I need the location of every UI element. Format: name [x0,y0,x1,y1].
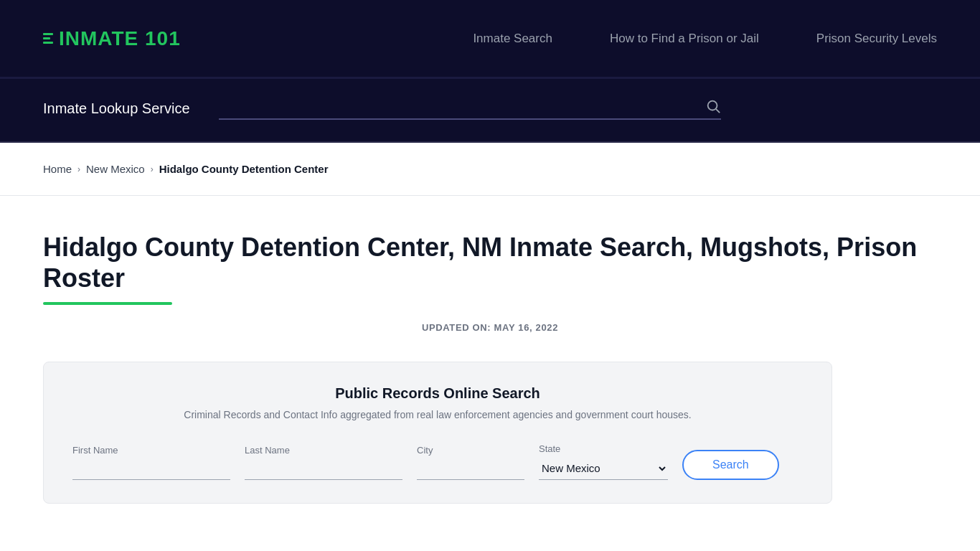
last-name-input[interactable] [245,458,402,480]
main-content: Hidalgo County Detention Center, NM Inma… [0,196,980,532]
search-input-wrapper [219,97,721,120]
breadcrumb-separator-1: › [77,164,80,174]
updated-label: UPDATED ON: MAY 16, 2022 [43,322,937,333]
city-label: City [417,445,524,456]
logo-text: INMATE 101 [59,27,181,50]
city-field: City [417,445,524,480]
search-input[interactable] [219,97,705,116]
breadcrumb-state[interactable]: New Mexico [86,163,145,175]
state-select[interactable]: AlabamaAlaskaArizonaArkansasCaliforniaCo… [539,457,668,480]
logo-label: INMATE 101 [59,27,181,50]
public-records-description: Criminal Records and Contact Info aggreg… [72,409,803,420]
breadcrumb-separator-2: › [151,164,154,174]
nav-item-security-levels[interactable]: Prison Security Levels [816,32,937,46]
search-section-label: Inmate Lookup Service [43,100,190,117]
nav-links: Inmate Search How to Find a Prison or Ja… [473,32,937,46]
public-records-form: First Name Last Name City State AlabamaA… [72,443,803,480]
first-name-input[interactable] [72,458,230,480]
page-title: Hidalgo County Detention Center, NM Inma… [43,232,937,293]
inmate-search-link[interactable]: Inmate Search [473,32,552,45]
search-button-icon[interactable] [705,98,721,114]
breadcrumb-section: Home › New Mexico › Hidalgo County Deten… [0,143,980,196]
public-records-search-button[interactable]: Search [682,450,779,480]
first-name-field: First Name [72,445,230,480]
search-icon [705,98,721,114]
svg-line-1 [716,109,720,113]
top-navigation: INMATE 101 Inmate Search How to Find a P… [0,0,980,79]
search-section: Inmate Lookup Service [0,79,980,143]
logo[interactable]: INMATE 101 [43,27,181,50]
how-to-find-link[interactable]: How to Find a Prison or Jail [610,32,759,45]
last-name-label: Last Name [245,445,402,456]
nav-item-inmate-search[interactable]: Inmate Search [473,32,552,46]
public-records-box: Public Records Online Search Criminal Re… [43,362,832,504]
state-label: State [539,443,668,454]
breadcrumb: Home › New Mexico › Hidalgo County Deten… [43,163,937,175]
logo-bars-icon [43,33,53,44]
breadcrumb-home[interactable]: Home [43,163,72,175]
city-input[interactable] [417,458,524,480]
nav-item-how-to-find[interactable]: How to Find a Prison or Jail [610,32,759,46]
public-records-title: Public Records Online Search [72,385,803,402]
last-name-field: Last Name [245,445,402,480]
breadcrumb-current: Hidalgo County Detention Center [159,163,329,175]
title-underline [43,302,172,305]
security-levels-link[interactable]: Prison Security Levels [816,32,937,45]
svg-point-0 [707,101,717,110]
first-name-label: First Name [72,445,230,456]
state-field: State AlabamaAlaskaArizonaArkansasCalifo… [539,443,668,480]
